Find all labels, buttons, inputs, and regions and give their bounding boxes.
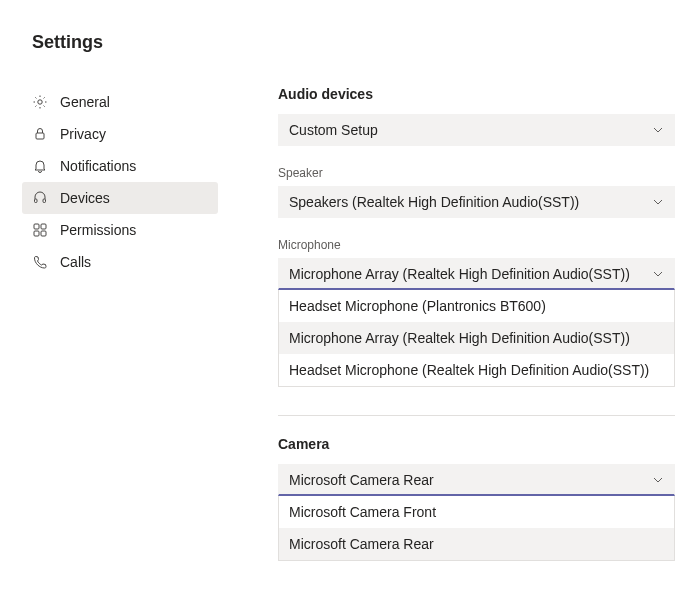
select-value: Microphone Array (Realtek High Definitio…: [289, 266, 630, 282]
page-title: Settings: [32, 32, 103, 53]
apps-icon: [32, 222, 48, 238]
microphone-option[interactable]: Headset Microphone (Plantronics BT600): [279, 290, 674, 322]
sidebar-item-notifications[interactable]: Notifications: [22, 150, 218, 182]
camera-dropdown: Microsoft Camera Front Microsoft Camera …: [278, 495, 675, 561]
microphone-select[interactable]: Microphone Array (Realtek High Definitio…: [278, 258, 675, 290]
sidebar-item-label: General: [60, 94, 110, 110]
svg-rect-5: [41, 224, 46, 229]
audio-devices-heading: Audio devices: [278, 86, 675, 102]
settings-content: Audio devices Custom Setup Speaker Speak…: [218, 68, 699, 561]
svg-point-0: [38, 100, 42, 104]
microphone-dropdown: Headset Microphone (Plantronics BT600) M…: [278, 289, 675, 387]
svg-rect-1: [36, 133, 44, 139]
camera-select[interactable]: Microsoft Camera Rear: [278, 464, 675, 496]
svg-rect-4: [34, 224, 39, 229]
sidebar-item-label: Permissions: [60, 222, 136, 238]
lock-icon: [32, 126, 48, 142]
sidebar-item-label: Notifications: [60, 158, 136, 174]
sidebar-item-general[interactable]: General: [22, 86, 218, 118]
audio-setup-select[interactable]: Custom Setup: [278, 114, 675, 146]
gear-icon: [32, 94, 48, 110]
microphone-option[interactable]: Microphone Array (Realtek High Definitio…: [279, 322, 674, 354]
svg-rect-7: [41, 231, 46, 236]
sidebar-item-calls[interactable]: Calls: [22, 246, 218, 278]
sidebar-item-label: Devices: [60, 190, 110, 206]
sidebar-item-permissions[interactable]: Permissions: [22, 214, 218, 246]
close-button[interactable]: [667, 28, 679, 56]
settings-sidebar: General Privacy Notifications Devices Pe: [0, 68, 218, 561]
sidebar-item-privacy[interactable]: Privacy: [22, 118, 218, 150]
microphone-option[interactable]: Headset Microphone (Realtek High Definit…: [279, 354, 674, 386]
sidebar-item-label: Calls: [60, 254, 91, 270]
select-value: Microsoft Camera Rear: [289, 472, 434, 488]
select-value: Custom Setup: [289, 122, 378, 138]
svg-rect-2: [35, 199, 38, 203]
phone-icon: [32, 254, 48, 270]
select-value: Speakers (Realtek High Definition Audio(…: [289, 194, 579, 210]
camera-option[interactable]: Microsoft Camera Rear: [279, 528, 674, 560]
chevron-down-icon: [652, 124, 664, 136]
camera-option[interactable]: Microsoft Camera Front: [279, 496, 674, 528]
camera-heading: Camera: [278, 436, 675, 452]
chevron-down-icon: [652, 196, 664, 208]
headset-icon: [32, 190, 48, 206]
svg-rect-3: [43, 199, 46, 203]
sidebar-item-devices[interactable]: Devices: [22, 182, 218, 214]
speaker-select[interactable]: Speakers (Realtek High Definition Audio(…: [278, 186, 675, 218]
chevron-down-icon: [652, 268, 664, 280]
chevron-down-icon: [652, 474, 664, 486]
section-divider: [278, 415, 675, 416]
sidebar-item-label: Privacy: [60, 126, 106, 142]
svg-rect-6: [34, 231, 39, 236]
bell-icon: [32, 158, 48, 174]
microphone-label: Microphone: [278, 238, 675, 252]
speaker-label: Speaker: [278, 166, 675, 180]
